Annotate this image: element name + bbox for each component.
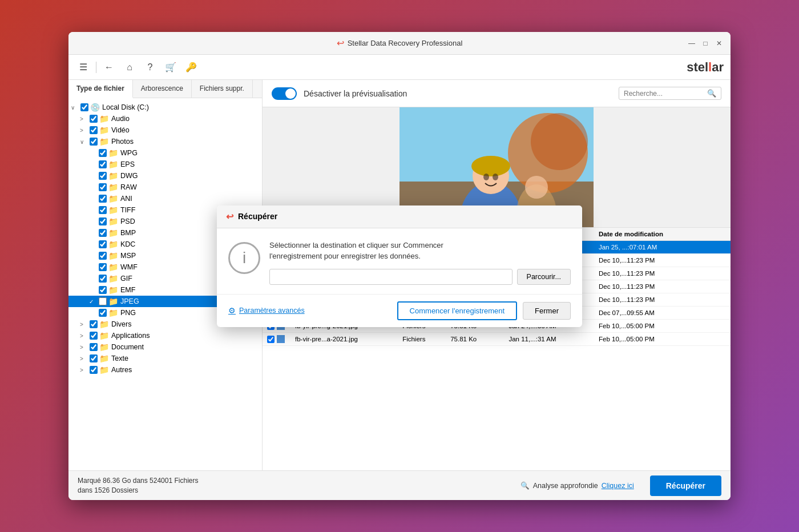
dialog-msg-line1: Sélectionner la destination et cliquer s… (269, 240, 571, 251)
close-dialog-button[interactable]: Fermer (523, 302, 571, 320)
info-circle: i (228, 242, 260, 274)
browse-button[interactable]: Parcourir... (517, 269, 571, 285)
dest-input[interactable] (269, 269, 513, 285)
advanced-params-label: Paramètres avancés (239, 307, 305, 315)
gear-icon: ⚙ (228, 306, 236, 315)
dialog-body: i Sélectionner la destination et cliquer… (217, 228, 582, 294)
dialog-footer: ⚙ Paramètres avancés Commencer l'enregis… (217, 294, 582, 327)
dialog-dest: Parcourir... (269, 269, 571, 285)
dialog-titlebar: ↩ Récupérer (217, 205, 582, 228)
start-recording-button[interactable]: Commencer l'enregistrement (397, 301, 518, 320)
dialog-message: Sélectionner la destination et cliquer s… (269, 240, 571, 262)
dialog-overlay: ↩ Récupérer i Sélectionner la destinatio… (68, 32, 731, 500)
dialog-msg-line2: l'enregistrement pour enregistrer les do… (269, 251, 571, 262)
dialog-title: Récupérer (238, 212, 277, 221)
dialog-content: Sélectionner la destination et cliquer s… (269, 240, 571, 285)
advanced-params-link[interactable]: ⚙ Paramètres avancés (228, 306, 305, 315)
recover-dialog: ↩ Récupérer i Sélectionner la destinatio… (217, 205, 582, 327)
dialog-icon: ↩ (226, 211, 233, 222)
